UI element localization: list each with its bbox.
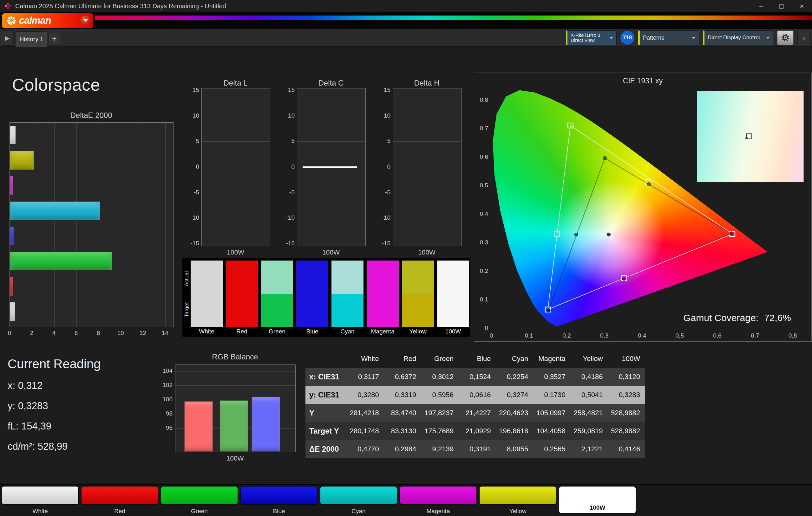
current-reading-line: y: 0,3283 [8,400,101,412]
cell-y-cie31-yellow: 0,5041 [571,386,608,404]
cell-target-y-blue: 21,0929 [459,422,496,440]
chart-delta-c: Delta C151050-5-10-15100W [283,80,368,262]
measurement-table: WhiteRedGreenBlueCyanMagentaYellow100Wx:… [306,350,645,458]
cell-x-cie31-blue: 0,1524 [459,368,496,386]
actual-swatch-blue [296,261,328,294]
pattern-cyan-button[interactable]: Cyan [320,486,397,515]
swatch-green [261,261,293,327]
cell-target-y-white: 280,1748 [347,422,384,440]
minimize-button[interactable]: – [751,0,772,12]
cell-target-y-magenta: 104,4058 [533,422,571,440]
cell-y-cie31-white: 0,3280 [347,386,384,404]
pattern-blue-button[interactable]: Blue [240,486,318,515]
swatch-cyan [331,261,364,327]
delta-gridline [297,193,366,193]
settings-gear-button[interactable] [777,30,793,45]
swatch-label: 100W [437,328,469,335]
swatch-100w [437,261,469,327]
pattern-100w-button[interactable]: 100W [559,486,636,513]
deltae-gridline [143,123,143,327]
swatch-yellow [402,261,434,327]
meter-count-badge[interactable]: 718 [620,31,634,45]
cell--e-2000-yellow: 2,1221 [571,440,608,458]
rgb-y-tick-label: 96 [158,424,173,431]
pattern-bar: WhiteRedGreenBlueCyanMagentaYellow100W ▲… [0,484,812,516]
current-reading-line: fL: 154,39 [8,421,101,432]
delta-gridline [297,218,366,218]
deltae-bar-white [10,126,16,144]
pattern-yellow-button[interactable]: Yellow [479,486,556,515]
calman-logo-button[interactable]: calman [2,13,93,28]
deltae-bar-yellow [10,151,34,170]
pattern-swatch [240,486,318,505]
delta-y-tick-label: -15 [378,240,390,247]
delta-y-tick-label: -10 [187,214,199,221]
measured-point-red [729,232,733,235]
delta-chart-title: Delta C [297,79,365,88]
cell-y-red: 83,4740 [384,404,422,422]
delta-y-tick-label: 15 [378,87,390,93]
history-nav-left-button[interactable]: ▶ [1,30,13,45]
pattern-label: Green [161,508,238,515]
logo-menu-button[interactable] [81,16,91,26]
meter-dropdown-label: X-Rite i1Pro 3 Direct View [571,33,600,43]
cell-y-green: 197,8237 [421,404,459,422]
chevron-down-icon [609,37,613,39]
cie-1931-panel: CIE 1931 xy 0,80,70,60,50,40,30,20,1000,… [474,72,812,342]
measured-point-blue [547,309,550,312]
delta-y-tick-label: -15 [187,240,199,247]
delta-y-tick-label: -15 [283,240,295,247]
rgb-gridline [175,371,295,371]
table-header-magenta: Magenta [533,350,571,368]
swatch-red [226,261,258,327]
patterns-dropdown-label: Patterns [643,35,664,41]
current-reading-values: x: 0,312y: 0,3283fL: 154,39cd/m²: 528,99 [8,380,101,452]
deltae-x-tick-label: 10 [114,330,127,337]
whitepoint-inset [697,91,804,182]
cell--e-2000-cyan: 8,0955 [496,440,533,458]
delta-y-tick-label: 0 [378,163,390,170]
deltae-gridline [54,123,55,327]
deltae-x-tick-label: 8 [92,330,105,337]
rgb-bar-blue [252,397,280,452]
delta-y-tick-label: 10 [187,112,199,119]
cell-target-y-cyan: 196,8618 [496,422,533,440]
cell-y-blue: 21,4227 [459,404,496,422]
target-swatch-green [261,294,293,327]
delta-plot-area [201,88,270,246]
cell-y-cie31-cyan: 0,3274 [496,386,533,404]
delta-gridline [393,141,461,142]
cell-x-cie31-magenta: 0,3527 [533,368,571,386]
panel-expand-button[interactable]: › [798,30,811,45]
cell-target-y-red: 83,3130 [384,422,422,440]
measured-point-green [603,156,606,160]
rgb-bar-red [184,401,213,452]
current-reading-line: cd/m²: 528,99 [8,441,101,452]
table-header-blue: Blue [459,350,496,368]
actual-swatch-cyan [331,261,364,294]
pattern-magenta-button[interactable]: Magenta [400,486,477,515]
workflow-controls: X-Rite i1Pro 3 Direct View 718 Patterns … [566,30,812,45]
table-row: y: CIE310,32800,33190,59560,06160,32740,… [306,386,645,404]
close-button[interactable]: × [792,0,812,12]
current-reading-title: Current Reading [8,357,101,371]
maximize-button[interactable]: □ [772,0,792,12]
calman-window: Calman 2025 Calman Ultimate for Business… [0,0,812,516]
rgb-balance-chart: RGB Balance 100W 1041021009896 [158,353,304,463]
cell-y-cie31-magenta: 0,1730 [533,386,571,404]
table-header-row: WhiteRedGreenBlueCyanMagentaYellow100W [306,350,645,368]
display-control-dropdown[interactable]: Direct Display Control [703,30,773,45]
patterns-dropdown[interactable]: Patterns [638,30,699,45]
pattern-green-button[interactable]: Green [161,486,238,515]
pattern-label: Yellow [479,508,556,515]
delta-measured-line [302,166,357,168]
meter-dropdown[interactable]: X-Rite i1Pro 3 Direct View [566,30,617,45]
tab-history-1[interactable]: History 1 [16,31,47,47]
actual-swatch-yellow [402,261,434,294]
add-tab-button[interactable]: + [49,33,60,44]
pattern-red-button[interactable]: Red [81,486,158,515]
pattern-white-button[interactable]: White [2,486,79,515]
delta-gridline [393,218,461,218]
calman-flower-icon [6,16,17,26]
target-swatch-blue [296,294,328,327]
